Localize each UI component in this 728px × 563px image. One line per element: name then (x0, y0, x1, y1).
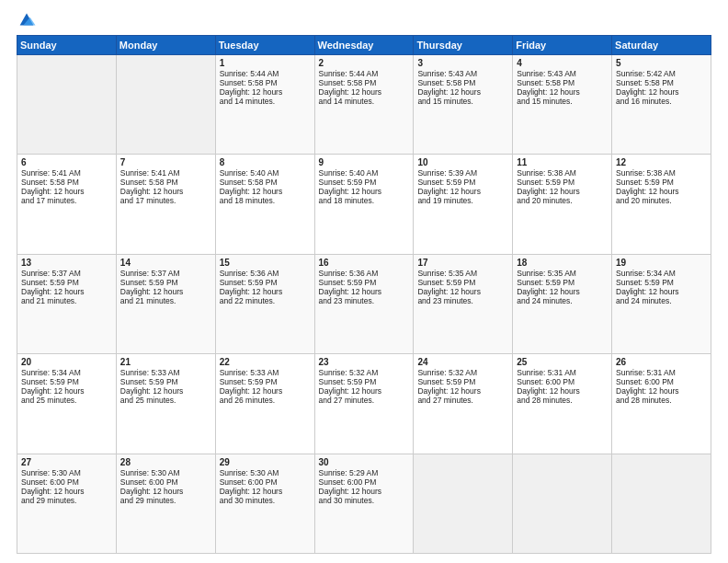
calendar-cell: 2Sunrise: 5:44 AMSunset: 5:58 PMDaylight… (314, 55, 414, 155)
day-number: 24 (417, 357, 508, 367)
calendar-cell: 16Sunrise: 5:36 AMSunset: 5:59 PMDayligh… (314, 254, 414, 353)
day-info: Daylight: 12 hours (220, 386, 311, 396)
weekday-header: Saturday (612, 36, 711, 55)
day-info: Daylight: 12 hours (319, 487, 410, 496)
day-info: and 24 minutes. (517, 296, 608, 305)
day-info: Daylight: 12 hours (417, 87, 508, 97)
day-info: Daylight: 12 hours (517, 87, 608, 97)
day-number: 9 (319, 157, 410, 167)
day-info: Sunset: 5:58 PM (120, 178, 211, 187)
page: SundayMondayTuesdayWednesdayThursdayFrid… (0, 0, 728, 563)
calendar-week-row: 6Sunrise: 5:41 AMSunset: 5:58 PMDaylight… (17, 155, 711, 254)
day-number: 21 (120, 357, 211, 367)
calendar-week-row: 1Sunrise: 5:44 AMSunset: 5:58 PMDaylight… (17, 55, 711, 155)
calendar-cell: 29Sunrise: 5:30 AMSunset: 6:00 PMDayligh… (215, 454, 314, 553)
day-info: Daylight: 12 hours (616, 187, 707, 196)
day-info: Sunset: 6:00 PM (120, 477, 211, 487)
day-info: and 15 minutes. (417, 97, 508, 106)
day-info: Daylight: 12 hours (120, 386, 211, 396)
calendar-cell: 6Sunrise: 5:41 AMSunset: 5:58 PMDaylight… (17, 155, 117, 254)
day-number: 30 (319, 457, 410, 467)
day-info: Sunrise: 5:37 AM (21, 269, 112, 278)
day-info: Sunset: 5:59 PM (319, 178, 410, 187)
calendar-cell: 18Sunrise: 5:35 AMSunset: 5:59 PMDayligh… (513, 254, 612, 353)
day-info: Sunrise: 5:36 AM (319, 269, 410, 278)
weekday-header: Thursday (414, 36, 513, 55)
day-info: and 29 minutes. (120, 496, 211, 505)
day-info: Sunrise: 5:31 AM (517, 368, 608, 377)
day-number: 28 (120, 457, 211, 467)
day-info: and 21 minutes. (21, 296, 112, 305)
day-number: 3 (417, 58, 508, 68)
weekday-header: Wednesday (314, 36, 414, 55)
calendar-cell: 21Sunrise: 5:33 AMSunset: 5:59 PMDayligh… (116, 354, 215, 454)
day-info: Sunrise: 5:30 AM (21, 468, 112, 477)
day-info: Sunrise: 5:41 AM (120, 168, 211, 178)
day-info: Sunset: 5:59 PM (616, 178, 707, 187)
day-info: Sunrise: 5:37 AM (120, 269, 211, 278)
day-number: 17 (417, 258, 508, 268)
day-info: Sunset: 5:59 PM (616, 278, 707, 287)
calendar-cell: 10Sunrise: 5:39 AMSunset: 5:59 PMDayligh… (414, 155, 513, 254)
day-info: Sunset: 5:59 PM (517, 178, 608, 187)
day-info: Sunrise: 5:31 AM (616, 368, 707, 377)
day-info: Daylight: 12 hours (319, 386, 410, 396)
day-info: Sunrise: 5:34 AM (21, 368, 112, 377)
day-info: and 19 minutes. (417, 196, 508, 205)
day-info: Sunrise: 5:33 AM (220, 368, 311, 377)
logo (17, 9, 40, 29)
day-info: Sunset: 5:59 PM (417, 178, 508, 187)
day-info: Sunset: 6:00 PM (319, 477, 410, 487)
day-info: Sunset: 5:59 PM (220, 278, 311, 287)
day-info: and 20 minutes. (517, 196, 608, 205)
day-info: and 27 minutes. (319, 396, 410, 405)
day-info: Daylight: 12 hours (616, 386, 707, 396)
day-number: 12 (616, 157, 707, 167)
day-info: Sunset: 5:58 PM (21, 178, 112, 187)
day-info: Daylight: 12 hours (220, 187, 311, 196)
day-info: Daylight: 12 hours (120, 487, 211, 496)
day-info: and 22 minutes. (220, 296, 311, 305)
day-info: Daylight: 12 hours (319, 87, 410, 97)
day-info: Sunset: 5:59 PM (21, 377, 112, 386)
day-info: Sunrise: 5:40 AM (319, 168, 410, 178)
header (17, 9, 711, 29)
calendar-cell: 20Sunrise: 5:34 AMSunset: 5:59 PMDayligh… (17, 354, 117, 454)
calendar-body: 1Sunrise: 5:44 AMSunset: 5:58 PMDaylight… (17, 55, 711, 554)
day-info: Sunrise: 5:32 AM (417, 368, 508, 377)
day-info: and 18 minutes. (220, 196, 311, 205)
day-info: and 23 minutes. (417, 296, 508, 305)
calendar-cell: 7Sunrise: 5:41 AMSunset: 5:58 PMDaylight… (116, 155, 215, 254)
day-info: Daylight: 12 hours (616, 87, 707, 97)
calendar-cell: 27Sunrise: 5:30 AMSunset: 6:00 PMDayligh… (17, 454, 117, 553)
day-info: and 30 minutes. (220, 496, 311, 505)
day-info: Daylight: 12 hours (120, 287, 211, 296)
calendar-cell: 12Sunrise: 5:38 AMSunset: 5:59 PMDayligh… (612, 155, 711, 254)
day-number: 2 (319, 58, 410, 68)
day-number: 5 (616, 58, 707, 68)
day-number: 29 (220, 457, 311, 467)
day-info: Sunset: 5:58 PM (319, 78, 410, 87)
calendar-week-row: 27Sunrise: 5:30 AMSunset: 6:00 PMDayligh… (17, 454, 711, 553)
day-info: Daylight: 12 hours (220, 287, 311, 296)
day-info: and 30 minutes. (319, 496, 410, 505)
calendar-cell: 5Sunrise: 5:42 AMSunset: 5:58 PMDaylight… (612, 55, 711, 155)
day-info: Sunset: 6:00 PM (616, 377, 707, 386)
calendar-cell: 8Sunrise: 5:40 AMSunset: 5:58 PMDaylight… (215, 155, 314, 254)
day-info: Daylight: 12 hours (220, 87, 311, 97)
day-info: Sunset: 5:59 PM (417, 377, 508, 386)
weekday-header: Monday (116, 36, 215, 55)
day-info: and 15 minutes. (517, 97, 608, 106)
day-info: Sunset: 5:59 PM (517, 278, 608, 287)
day-info: Daylight: 12 hours (517, 386, 608, 396)
day-info: and 28 minutes. (517, 396, 608, 405)
day-number: 11 (517, 157, 608, 167)
day-info: and 23 minutes. (319, 296, 410, 305)
day-info: and 21 minutes. (120, 296, 211, 305)
day-info: and 25 minutes. (120, 396, 211, 405)
calendar-cell (513, 454, 612, 553)
day-info: Daylight: 12 hours (21, 187, 112, 196)
day-number: 26 (616, 357, 707, 367)
calendar-week-row: 13Sunrise: 5:37 AMSunset: 5:59 PMDayligh… (17, 254, 711, 353)
calendar-cell: 24Sunrise: 5:32 AMSunset: 5:59 PMDayligh… (414, 354, 513, 454)
